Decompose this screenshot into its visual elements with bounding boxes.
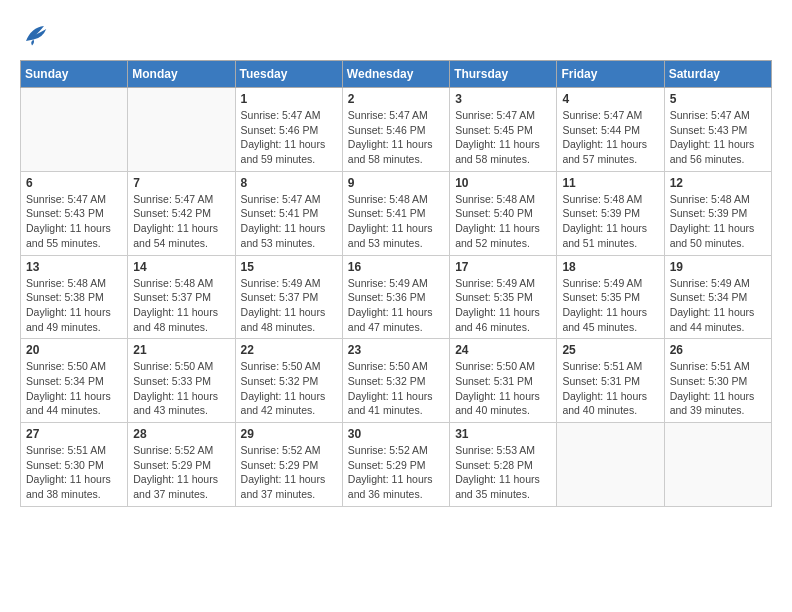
day-number: 7: [133, 176, 229, 190]
calendar-cell: 26Sunrise: 5:51 AMSunset: 5:30 PMDayligh…: [664, 339, 771, 423]
day-number: 27: [26, 427, 122, 441]
page-header: [20, 20, 772, 50]
day-info: Sunrise: 5:47 AMSunset: 5:46 PMDaylight:…: [241, 108, 337, 167]
calendar-cell: 25Sunrise: 5:51 AMSunset: 5:31 PMDayligh…: [557, 339, 664, 423]
weekday-header: Tuesday: [235, 61, 342, 88]
day-number: 4: [562, 92, 658, 106]
day-info: Sunrise: 5:53 AMSunset: 5:28 PMDaylight:…: [455, 443, 551, 502]
day-info: Sunrise: 5:50 AMSunset: 5:34 PMDaylight:…: [26, 359, 122, 418]
day-info: Sunrise: 5:50 AMSunset: 5:32 PMDaylight:…: [348, 359, 444, 418]
day-info: Sunrise: 5:51 AMSunset: 5:31 PMDaylight:…: [562, 359, 658, 418]
day-number: 11: [562, 176, 658, 190]
weekday-header: Friday: [557, 61, 664, 88]
calendar-cell: 8Sunrise: 5:47 AMSunset: 5:41 PMDaylight…: [235, 171, 342, 255]
day-info: Sunrise: 5:47 AMSunset: 5:41 PMDaylight:…: [241, 192, 337, 251]
day-info: Sunrise: 5:47 AMSunset: 5:43 PMDaylight:…: [26, 192, 122, 251]
day-info: Sunrise: 5:52 AMSunset: 5:29 PMDaylight:…: [133, 443, 229, 502]
day-info: Sunrise: 5:48 AMSunset: 5:38 PMDaylight:…: [26, 276, 122, 335]
day-info: Sunrise: 5:49 AMSunset: 5:34 PMDaylight:…: [670, 276, 766, 335]
weekday-header: Sunday: [21, 61, 128, 88]
day-info: Sunrise: 5:49 AMSunset: 5:36 PMDaylight:…: [348, 276, 444, 335]
day-info: Sunrise: 5:47 AMSunset: 5:46 PMDaylight:…: [348, 108, 444, 167]
weekday-header: Thursday: [450, 61, 557, 88]
day-number: 23: [348, 343, 444, 357]
day-number: 10: [455, 176, 551, 190]
calendar-cell: 31Sunrise: 5:53 AMSunset: 5:28 PMDayligh…: [450, 423, 557, 507]
day-info: Sunrise: 5:52 AMSunset: 5:29 PMDaylight:…: [348, 443, 444, 502]
calendar-cell: 12Sunrise: 5:48 AMSunset: 5:39 PMDayligh…: [664, 171, 771, 255]
day-number: 20: [26, 343, 122, 357]
calendar-cell: 24Sunrise: 5:50 AMSunset: 5:31 PMDayligh…: [450, 339, 557, 423]
calendar-cell: 18Sunrise: 5:49 AMSunset: 5:35 PMDayligh…: [557, 255, 664, 339]
calendar-cell: 13Sunrise: 5:48 AMSunset: 5:38 PMDayligh…: [21, 255, 128, 339]
day-info: Sunrise: 5:50 AMSunset: 5:31 PMDaylight:…: [455, 359, 551, 418]
day-info: Sunrise: 5:48 AMSunset: 5:39 PMDaylight:…: [670, 192, 766, 251]
calendar-cell: 27Sunrise: 5:51 AMSunset: 5:30 PMDayligh…: [21, 423, 128, 507]
day-info: Sunrise: 5:48 AMSunset: 5:37 PMDaylight:…: [133, 276, 229, 335]
day-info: Sunrise: 5:51 AMSunset: 5:30 PMDaylight:…: [26, 443, 122, 502]
calendar-cell: 7Sunrise: 5:47 AMSunset: 5:42 PMDaylight…: [128, 171, 235, 255]
day-info: Sunrise: 5:47 AMSunset: 5:42 PMDaylight:…: [133, 192, 229, 251]
day-number: 6: [26, 176, 122, 190]
calendar-cell: 6Sunrise: 5:47 AMSunset: 5:43 PMDaylight…: [21, 171, 128, 255]
calendar-cell: 30Sunrise: 5:52 AMSunset: 5:29 PMDayligh…: [342, 423, 449, 507]
day-number: 15: [241, 260, 337, 274]
calendar-cell: 22Sunrise: 5:50 AMSunset: 5:32 PMDayligh…: [235, 339, 342, 423]
calendar-cell: 29Sunrise: 5:52 AMSunset: 5:29 PMDayligh…: [235, 423, 342, 507]
calendar-cell: 9Sunrise: 5:48 AMSunset: 5:41 PMDaylight…: [342, 171, 449, 255]
day-info: Sunrise: 5:48 AMSunset: 5:41 PMDaylight:…: [348, 192, 444, 251]
day-number: 22: [241, 343, 337, 357]
calendar-cell: 15Sunrise: 5:49 AMSunset: 5:37 PMDayligh…: [235, 255, 342, 339]
day-info: Sunrise: 5:48 AMSunset: 5:40 PMDaylight:…: [455, 192, 551, 251]
day-number: 28: [133, 427, 229, 441]
day-info: Sunrise: 5:48 AMSunset: 5:39 PMDaylight:…: [562, 192, 658, 251]
day-info: Sunrise: 5:52 AMSunset: 5:29 PMDaylight:…: [241, 443, 337, 502]
day-number: 18: [562, 260, 658, 274]
calendar-cell: 17Sunrise: 5:49 AMSunset: 5:35 PMDayligh…: [450, 255, 557, 339]
day-number: 3: [455, 92, 551, 106]
calendar-header-row: SundayMondayTuesdayWednesdayThursdayFrid…: [21, 61, 772, 88]
calendar-cell: 4Sunrise: 5:47 AMSunset: 5:44 PMDaylight…: [557, 88, 664, 172]
day-number: 29: [241, 427, 337, 441]
day-number: 1: [241, 92, 337, 106]
day-info: Sunrise: 5:49 AMSunset: 5:35 PMDaylight:…: [455, 276, 551, 335]
day-number: 16: [348, 260, 444, 274]
calendar-week-row: 13Sunrise: 5:48 AMSunset: 5:38 PMDayligh…: [21, 255, 772, 339]
calendar-cell: [664, 423, 771, 507]
day-info: Sunrise: 5:49 AMSunset: 5:37 PMDaylight:…: [241, 276, 337, 335]
weekday-header: Saturday: [664, 61, 771, 88]
day-info: Sunrise: 5:50 AMSunset: 5:33 PMDaylight:…: [133, 359, 229, 418]
day-number: 26: [670, 343, 766, 357]
calendar-week-row: 27Sunrise: 5:51 AMSunset: 5:30 PMDayligh…: [21, 423, 772, 507]
day-number: 24: [455, 343, 551, 357]
calendar-cell: 20Sunrise: 5:50 AMSunset: 5:34 PMDayligh…: [21, 339, 128, 423]
calendar-cell: 2Sunrise: 5:47 AMSunset: 5:46 PMDaylight…: [342, 88, 449, 172]
calendar-week-row: 6Sunrise: 5:47 AMSunset: 5:43 PMDaylight…: [21, 171, 772, 255]
calendar-cell: [21, 88, 128, 172]
calendar-cell: 14Sunrise: 5:48 AMSunset: 5:37 PMDayligh…: [128, 255, 235, 339]
day-number: 5: [670, 92, 766, 106]
calendar-week-row: 1Sunrise: 5:47 AMSunset: 5:46 PMDaylight…: [21, 88, 772, 172]
day-number: 9: [348, 176, 444, 190]
day-info: Sunrise: 5:47 AMSunset: 5:44 PMDaylight:…: [562, 108, 658, 167]
day-info: Sunrise: 5:47 AMSunset: 5:45 PMDaylight:…: [455, 108, 551, 167]
calendar-cell: 28Sunrise: 5:52 AMSunset: 5:29 PMDayligh…: [128, 423, 235, 507]
calendar-cell: 19Sunrise: 5:49 AMSunset: 5:34 PMDayligh…: [664, 255, 771, 339]
calendar-cell: [557, 423, 664, 507]
day-number: 8: [241, 176, 337, 190]
day-number: 19: [670, 260, 766, 274]
logo: [20, 20, 54, 50]
calendar-cell: 10Sunrise: 5:48 AMSunset: 5:40 PMDayligh…: [450, 171, 557, 255]
calendar-week-row: 20Sunrise: 5:50 AMSunset: 5:34 PMDayligh…: [21, 339, 772, 423]
calendar-cell: 23Sunrise: 5:50 AMSunset: 5:32 PMDayligh…: [342, 339, 449, 423]
day-number: 13: [26, 260, 122, 274]
day-number: 12: [670, 176, 766, 190]
calendar-cell: 5Sunrise: 5:47 AMSunset: 5:43 PMDaylight…: [664, 88, 771, 172]
weekday-header: Wednesday: [342, 61, 449, 88]
day-number: 25: [562, 343, 658, 357]
day-info: Sunrise: 5:49 AMSunset: 5:35 PMDaylight:…: [562, 276, 658, 335]
logo-icon: [20, 20, 50, 50]
weekday-header: Monday: [128, 61, 235, 88]
day-number: 14: [133, 260, 229, 274]
calendar-cell: 11Sunrise: 5:48 AMSunset: 5:39 PMDayligh…: [557, 171, 664, 255]
